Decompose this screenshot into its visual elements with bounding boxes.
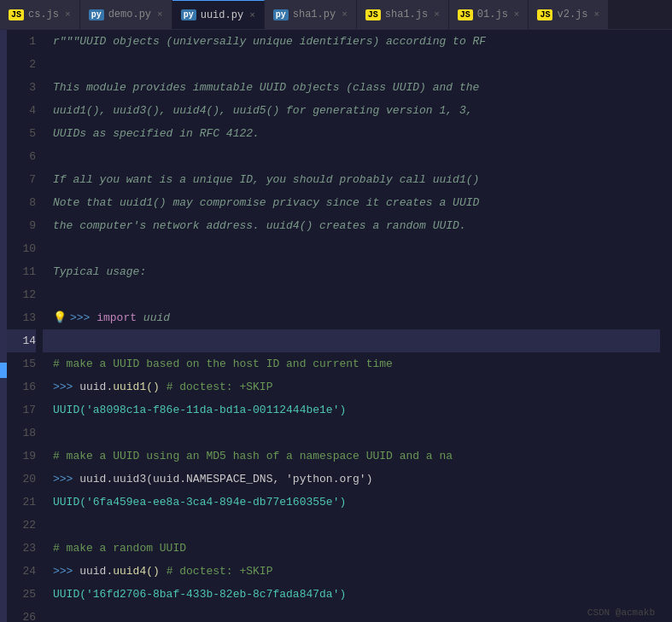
code-line-24: >>> uuid.uuid4() # doctest: +SKIP [43, 560, 660, 583]
tab-label-cs-js: cs.js [28, 9, 59, 20]
code-line-15: # make a UUID based on the host ID and c… [43, 352, 660, 375]
tab-icon-sha1-py: py [273, 9, 289, 20]
code-line-3: This module provides immutable UUID obje… [43, 76, 660, 99]
tab-close-sha1-js[interactable]: × [434, 9, 440, 20]
editor-container: 1234567891011121314151617181920212223242… [0, 30, 672, 622]
line-number-26: 26 [7, 606, 36, 622]
code-line-23: # make a random UUID [43, 537, 660, 560]
code-line-26 [43, 606, 660, 622]
code-line-6 [43, 145, 660, 168]
tab-icon-01-js: JS [458, 9, 473, 20]
tab-close-v2-js[interactable]: × [594, 9, 600, 20]
line-number-2: 2 [7, 53, 36, 76]
line-number-21: 21 [7, 491, 36, 514]
code-line-8: Note that uuid1() may compromise privacy… [43, 191, 660, 214]
tab-label-v2-js: v2.js [557, 9, 587, 20]
tab-icon-cs-js: JS [9, 9, 24, 20]
code-line-19: # make a UUID using an MD5 hash of a nam… [43, 445, 660, 468]
code-line-5: UUIDs as specified in RFC 4122. [43, 122, 660, 145]
line-number-13: 13 [7, 306, 36, 329]
tab-icon-demo-py: py [89, 9, 104, 20]
tab-icon-v2-js: JS [537, 9, 552, 20]
code-line-1: r"""UUID objects (universally unique ide… [43, 30, 660, 53]
tab-01-js[interactable]: JS01.js× [449, 0, 529, 30]
code-line-7: If all you want is a unique ID, you shou… [43, 168, 660, 191]
active-line-indicator [0, 363, 7, 378]
code-line-10 [43, 237, 660, 260]
code-line-12 [43, 283, 660, 306]
tab-cs-js[interactable]: JScs.js× [0, 0, 80, 30]
line-number-16: 16 [7, 375, 36, 398]
tab-close-demo-py[interactable]: × [157, 9, 163, 20]
line-number-14: 14 [7, 329, 36, 352]
tab-v2-js[interactable]: JSv2.js× [529, 0, 609, 30]
left-gutter-strip [0, 30, 7, 622]
line-number-10: 10 [7, 237, 36, 260]
code-line-4: uuid1(), uuid3(), uuid4(), uuid5() for g… [43, 99, 660, 122]
line-number-1: 1 [7, 30, 36, 53]
tab-icon-sha1-js: JS [365, 9, 381, 20]
tab-icon-uuid-py: py [181, 9, 196, 20]
line-number-9: 9 [7, 214, 36, 237]
tab-label-demo-py: demo.py [108, 9, 151, 20]
code-line-18 [43, 421, 660, 445]
code-area: r"""UUID objects (universally unique ide… [43, 30, 660, 622]
line-numbers: 1234567891011121314151617181920212223242… [7, 30, 43, 622]
line-number-11: 11 [7, 260, 36, 283]
line-number-5: 5 [7, 122, 36, 145]
code-line-9: the computer's network address. uuid4() … [43, 214, 660, 237]
line-number-15: 15 [7, 352, 36, 375]
code-line-14 [43, 329, 660, 352]
code-line-22 [43, 514, 660, 537]
line-number-8: 8 [7, 191, 36, 214]
tab-close-01-js[interactable]: × [514, 9, 520, 20]
tab-sha1-js[interactable]: JSsha1.js× [357, 0, 449, 30]
tab-close-sha1-py[interactable]: × [342, 9, 348, 20]
line-number-6: 6 [7, 145, 36, 168]
tab-label-uuid-py: uuid.py [201, 9, 243, 21]
code-line-20: >>> uuid.uuid3(uuid.NAMESPACE_DNS, 'pyth… [43, 468, 660, 491]
line-number-18: 18 [7, 421, 36, 445]
tab-demo-py[interactable]: pydemo.py× [80, 0, 172, 30]
watermark: CSDN @acmakb [587, 607, 655, 618]
code-line-17: UUID('a8098c1a-f86e-11da-bd1a-00112444be… [43, 398, 660, 421]
line-number-4: 4 [7, 99, 36, 122]
code-line-21: UUID('6fa459ea-ee8a-3ca4-894e-db77e16035… [43, 491, 660, 514]
line-number-3: 3 [7, 76, 36, 99]
code-line-11: Typical usage: [43, 260, 660, 283]
line-number-24: 24 [7, 560, 36, 583]
code-line-16: >>> uuid.uuid1() # doctest: +SKIP [43, 375, 660, 398]
code-line-13: 💡>>> import uuid [43, 306, 660, 329]
code-line-2 [43, 53, 660, 76]
tab-label-sha1-js: sha1.js [385, 9, 428, 20]
tab-close-uuid-py[interactable]: × [249, 10, 255, 20]
code-line-25: UUID('16fd2706-8baf-433b-82eb-8c7fada847… [43, 583, 660, 606]
line-number-25: 25 [7, 583, 36, 606]
line-number-20: 20 [7, 468, 36, 491]
line-number-17: 17 [7, 398, 36, 421]
line-number-23: 23 [7, 537, 36, 560]
tab-close-cs-js[interactable]: × [65, 9, 71, 20]
line-number-7: 7 [7, 168, 36, 191]
line-number-19: 19 [7, 445, 36, 468]
scrollbar-area[interactable] [660, 30, 672, 622]
tab-sha1-py[interactable]: pysha1.py× [265, 0, 357, 30]
tab-label-01-js: 01.js [477, 9, 508, 20]
tab-bar: JScs.js×pydemo.py×pyuuid.py×pysha1.py×JS… [0, 0, 672, 30]
line-number-12: 12 [7, 283, 36, 306]
tab-label-sha1-py: sha1.py [293, 9, 336, 20]
line-number-22: 22 [7, 514, 36, 537]
tab-uuid-py[interactable]: pyuuid.py× [172, 0, 265, 30]
